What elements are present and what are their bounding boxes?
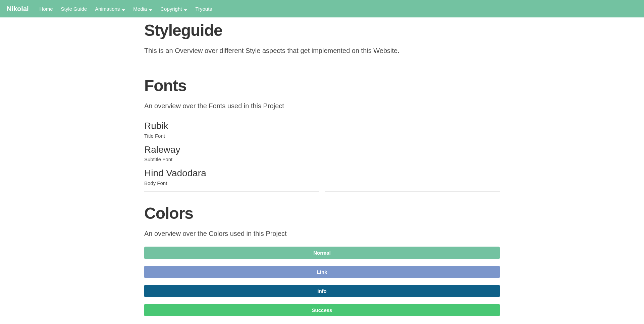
font-name-rubik: Rubik: [144, 120, 500, 132]
divider: [144, 64, 500, 64]
colors-subtitle: An overview over the Colors used in this…: [144, 229, 500, 239]
nav-label: Animations: [95, 6, 120, 12]
chevron-down-icon: [184, 7, 187, 10]
font-desc: Subtitle Font: [144, 156, 500, 162]
nav-label: Tryouts: [195, 6, 212, 12]
section-title-colors: Colors: [144, 204, 500, 222]
nav-style-guide[interactable]: Style Guide: [57, 3, 91, 14]
chevron-down-icon: [122, 7, 125, 10]
styleguide-subtitle: This is an Overview over different Style…: [144, 46, 500, 56]
divider: [144, 191, 500, 192]
font-name-hind-vadodara: Hind Vadodara: [144, 168, 500, 179]
nav-label: Media: [133, 6, 147, 12]
brand-logo[interactable]: Nikolai: [7, 5, 33, 13]
nav-home[interactable]: Home: [36, 3, 57, 14]
fonts-subtitle: An overview over the Fonts used in this …: [144, 101, 500, 111]
page-title-styleguide: Styleguide: [144, 21, 500, 40]
nav-animations[interactable]: Animations: [91, 3, 129, 14]
color-swatch-success: Success: [144, 304, 500, 316]
font-item: Raleway Subtitle Font: [144, 144, 500, 163]
color-swatch-normal: Normal: [144, 247, 500, 259]
nav-label: Home: [40, 6, 53, 12]
font-item: Rubik Title Font: [144, 120, 500, 139]
nav-label: Copyright: [160, 6, 182, 12]
chevron-down-icon: [149, 7, 152, 10]
section-title-fonts: Fonts: [144, 77, 500, 95]
font-item: Hind Vadodara Body Font: [144, 168, 500, 186]
nav-items: Home Style Guide Animations Media Copyri…: [36, 3, 216, 14]
nav-tryouts[interactable]: Tryouts: [191, 3, 216, 14]
navbar: Nikolai Home Style Guide Animations Medi…: [0, 0, 644, 17]
font-desc: Body Font: [144, 180, 500, 186]
color-swatch-info: Info: [144, 285, 500, 297]
color-swatch-link: Link: [144, 266, 500, 278]
nav-media[interactable]: Media: [129, 3, 156, 14]
font-name-raleway: Raleway: [144, 144, 500, 155]
nav-copyright[interactable]: Copyright: [156, 3, 191, 14]
font-desc: Title Font: [144, 133, 500, 139]
nav-label: Style Guide: [61, 6, 87, 12]
